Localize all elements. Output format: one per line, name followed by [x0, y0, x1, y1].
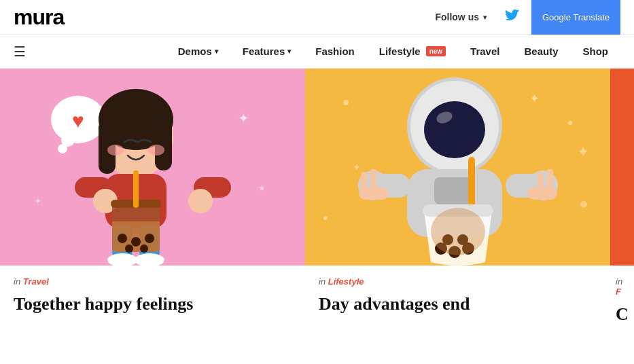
nav-item-demos[interactable]: Demos ▾	[166, 35, 230, 69]
article-category-2: in Lifestyle	[319, 276, 597, 287]
article-category-3: in F	[616, 276, 629, 297]
article-title-2: Day advantages end	[319, 293, 597, 314]
google-translate-button[interactable]: Google Translate	[531, 0, 620, 35]
svg-point-33	[343, 100, 349, 105]
svg-point-25	[145, 234, 154, 243]
svg-point-9	[107, 145, 124, 156]
nav-item-lifestyle[interactable]: Lifestyle new	[367, 35, 458, 69]
chevron-down-icon: ▾	[483, 14, 487, 21]
nav-item-travel[interactable]: Travel	[458, 35, 512, 69]
follow-us-button[interactable]: Follow us ▾	[428, 7, 493, 26]
svg-point-15	[188, 189, 213, 213]
svg-text:✦: ✦	[529, 92, 540, 105]
svg-point-26	[125, 244, 133, 253]
svg-text:✦: ✦	[577, 143, 589, 160]
nav-label-travel: Travel	[470, 46, 499, 57]
nav-label-fashion: Fashion	[315, 46, 355, 57]
svg-point-24	[131, 237, 141, 247]
nav-item-shop[interactable]: Shop	[571, 35, 621, 69]
svg-rect-55	[527, 187, 557, 200]
article-text-1: in Travel Together happy feelings	[0, 266, 305, 325]
astronaut-boba-illustration: ✦ ✦ ✦	[305, 69, 610, 266]
article-card-2[interactable]: ✦ ✦ ✦	[305, 69, 610, 335]
nav-label-demos: Demos	[178, 46, 212, 57]
article-text-3: in F C	[610, 266, 634, 335]
svg-text:♥: ♥	[72, 109, 84, 132]
new-badge: new	[426, 46, 446, 56]
svg-text:✦: ✦	[238, 111, 249, 126]
chevron-down-icon: ▾	[287, 48, 291, 55]
svg-point-10	[148, 145, 164, 156]
svg-text:✦: ✦	[353, 162, 361, 172]
nav-label-shop: Shop	[583, 46, 609, 57]
site-logo[interactable]: mura	[14, 5, 64, 30]
article-card-1[interactable]: ♥	[0, 69, 305, 335]
svg-point-3	[58, 144, 67, 153]
nav-label-features: Features	[243, 46, 285, 57]
articles-container: ♥	[0, 69, 634, 335]
svg-point-42	[424, 101, 485, 158]
girl-boba-illustration: ♥	[0, 69, 305, 266]
nav-item-beauty[interactable]: Beauty	[512, 35, 570, 69]
svg-point-63	[431, 208, 485, 255]
article-image-3	[610, 69, 634, 266]
svg-rect-50	[359, 187, 389, 200]
nav-label-lifestyle: Lifestyle	[379, 46, 421, 57]
article-text-2: in Lifestyle Day advantages end	[305, 266, 610, 325]
article-category-1: in Travel	[14, 276, 292, 287]
svg-rect-28	[133, 170, 139, 208]
article-image-1: ♥	[0, 69, 305, 266]
twitter-icon[interactable]	[501, 6, 523, 28]
svg-text:★: ★	[258, 183, 266, 193]
svg-point-27	[140, 244, 148, 253]
google-translate-label: Google Translate	[542, 12, 610, 22]
svg-point-36	[323, 216, 328, 220]
article-image-2: ✦ ✦ ✦	[305, 69, 610, 266]
article-title-1: Together happy feelings	[14, 293, 292, 314]
hamburger-icon[interactable]: ☰	[14, 43, 26, 60]
nav-item-features[interactable]: Features ▾	[230, 35, 304, 69]
svg-rect-56	[468, 157, 475, 211]
article-title-3: C	[616, 304, 629, 325]
svg-point-35	[580, 201, 587, 208]
nav-label-beauty: Beauty	[524, 46, 558, 57]
svg-text:✦: ✦	[34, 196, 42, 206]
article-card-3[interactable]: in F C	[610, 69, 634, 335]
follow-us-label: Follow us	[435, 12, 479, 22]
chevron-down-icon: ▾	[215, 48, 218, 55]
nav-item-fashion[interactable]: Fashion	[303, 35, 367, 69]
svg-point-34	[568, 121, 572, 125]
svg-point-23	[118, 234, 127, 243]
main-nav: ☰ Demos ▾ Features ▾ Fashion Lifestyle n…	[0, 35, 634, 69]
